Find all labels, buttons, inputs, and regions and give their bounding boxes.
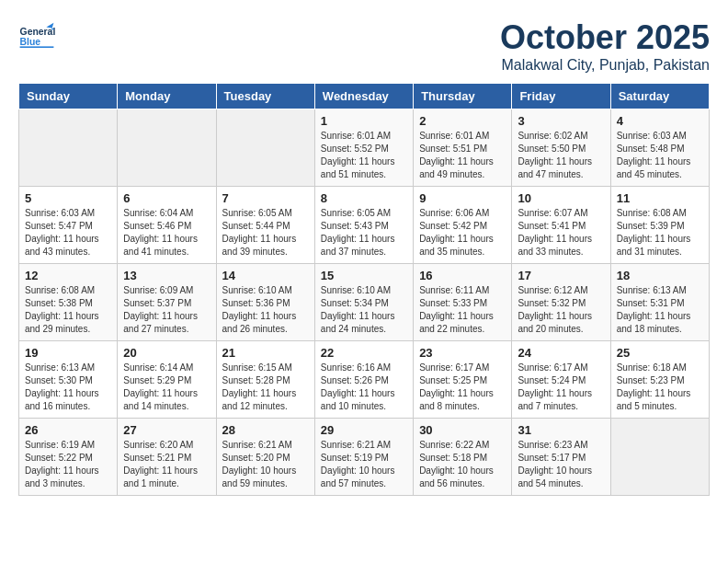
calendar-cell: 7Sunrise: 6:05 AM Sunset: 5:44 PM Daylig…: [216, 187, 314, 264]
day-info: Sunrise: 6:16 AM Sunset: 5:26 PM Dayligh…: [321, 362, 407, 413]
calendar-cell: [216, 109, 314, 187]
calendar-cell: 21Sunrise: 6:15 AM Sunset: 5:28 PM Dayli…: [216, 341, 314, 419]
calendar-cell: 2Sunrise: 6:01 AM Sunset: 5:51 PM Daylig…: [414, 109, 512, 187]
day-number: 5: [25, 191, 111, 205]
calendar-cell: 11Sunrise: 6:08 AM Sunset: 5:39 PM Dayli…: [610, 187, 709, 264]
calendar-cell: 31Sunrise: 6:23 AM Sunset: 5:17 PM Dayli…: [512, 419, 610, 496]
day-number: 23: [419, 346, 506, 360]
day-info: Sunrise: 6:01 AM Sunset: 5:51 PM Dayligh…: [419, 130, 506, 181]
day-number: 15: [321, 269, 407, 282]
day-number: 20: [123, 346, 210, 360]
day-info: Sunrise: 6:20 AM Sunset: 5:21 PM Dayligh…: [123, 439, 210, 490]
page-header: General Blue October 2025 Malakwal City,…: [18, 18, 710, 74]
calendar-week-row: 5Sunrise: 6:03 AM Sunset: 5:47 PM Daylig…: [19, 187, 710, 264]
calendar-week-row: 26Sunrise: 6:19 AM Sunset: 5:22 PM Dayli…: [19, 419, 710, 496]
location-subtitle: Malakwal City, Punjab, Pakistan: [500, 57, 710, 74]
day-number: 10: [518, 191, 604, 205]
day-info: Sunrise: 6:04 AM Sunset: 5:46 PM Dayligh…: [123, 207, 210, 259]
day-info: Sunrise: 6:01 AM Sunset: 5:52 PM Dayligh…: [321, 130, 407, 181]
calendar-cell: 24Sunrise: 6:17 AM Sunset: 5:24 PM Dayli…: [512, 341, 610, 419]
day-info: Sunrise: 6:22 AM Sunset: 5:18 PM Dayligh…: [419, 439, 506, 490]
calendar-week-row: 19Sunrise: 6:13 AM Sunset: 5:30 PM Dayli…: [19, 341, 710, 419]
calendar-cell: 4Sunrise: 6:03 AM Sunset: 5:48 PM Daylig…: [610, 109, 709, 187]
calendar-cell: 14Sunrise: 6:10 AM Sunset: 5:36 PM Dayli…: [216, 264, 314, 341]
day-number: 8: [321, 191, 407, 205]
day-number: 13: [123, 269, 210, 282]
calendar-cell: 9Sunrise: 6:06 AM Sunset: 5:42 PM Daylig…: [414, 187, 512, 264]
header-friday: Friday: [512, 84, 610, 109]
day-info: Sunrise: 6:13 AM Sunset: 5:31 PM Dayligh…: [617, 284, 703, 336]
calendar-cell: 30Sunrise: 6:22 AM Sunset: 5:18 PM Dayli…: [414, 419, 512, 496]
title-block: October 2025 Malakwal City, Punjab, Paki…: [500, 18, 710, 74]
day-number: 12: [25, 269, 111, 282]
calendar-week-row: 1Sunrise: 6:01 AM Sunset: 5:52 PM Daylig…: [19, 109, 710, 187]
calendar-table: SundayMondayTuesdayWednesdayThursdayFrid…: [18, 83, 710, 496]
day-number: 14: [222, 269, 309, 282]
day-number: 31: [518, 423, 604, 437]
day-number: 11: [617, 191, 703, 205]
day-number: 16: [419, 269, 506, 282]
day-number: 7: [222, 191, 309, 205]
svg-rect-3: [20, 46, 54, 48]
day-info: Sunrise: 6:06 AM Sunset: 5:42 PM Dayligh…: [419, 207, 506, 259]
day-info: Sunrise: 6:14 AM Sunset: 5:29 PM Dayligh…: [123, 362, 210, 413]
svg-text:General: General: [20, 27, 55, 37]
calendar-cell: 3Sunrise: 6:02 AM Sunset: 5:50 PM Daylig…: [512, 109, 610, 187]
header-tuesday: Tuesday: [216, 84, 314, 109]
day-number: 28: [222, 423, 309, 437]
header-saturday: Saturday: [610, 84, 709, 109]
header-thursday: Thursday: [414, 84, 512, 109]
calendar-cell: 29Sunrise: 6:21 AM Sunset: 5:19 PM Dayli…: [314, 419, 413, 496]
day-number: 29: [321, 423, 407, 437]
day-info: Sunrise: 6:02 AM Sunset: 5:50 PM Dayligh…: [518, 130, 604, 181]
calendar-cell: 1Sunrise: 6:01 AM Sunset: 5:52 PM Daylig…: [314, 109, 413, 187]
day-info: Sunrise: 6:13 AM Sunset: 5:30 PM Dayligh…: [25, 362, 111, 413]
day-info: Sunrise: 6:17 AM Sunset: 5:24 PM Dayligh…: [518, 362, 604, 413]
calendar-cell: 26Sunrise: 6:19 AM Sunset: 5:22 PM Dayli…: [19, 419, 118, 496]
calendar-cell: 27Sunrise: 6:20 AM Sunset: 5:21 PM Dayli…: [118, 419, 216, 496]
calendar-cell: 16Sunrise: 6:11 AM Sunset: 5:33 PM Dayli…: [414, 264, 512, 341]
calendar-cell: 25Sunrise: 6:18 AM Sunset: 5:23 PM Dayli…: [610, 341, 709, 419]
calendar-cell: 22Sunrise: 6:16 AM Sunset: 5:26 PM Dayli…: [314, 341, 413, 419]
day-number: 19: [25, 346, 111, 360]
calendar-cell: 8Sunrise: 6:05 AM Sunset: 5:43 PM Daylig…: [314, 187, 413, 264]
day-info: Sunrise: 6:11 AM Sunset: 5:33 PM Dayligh…: [419, 284, 506, 336]
day-info: Sunrise: 6:05 AM Sunset: 5:44 PM Dayligh…: [222, 207, 309, 259]
calendar-cell: 5Sunrise: 6:03 AM Sunset: 5:47 PM Daylig…: [19, 187, 118, 264]
day-info: Sunrise: 6:07 AM Sunset: 5:41 PM Dayligh…: [518, 207, 604, 259]
day-info: Sunrise: 6:08 AM Sunset: 5:39 PM Dayligh…: [617, 207, 703, 259]
day-number: 3: [518, 114, 604, 128]
day-number: 25: [617, 346, 703, 360]
calendar-cell: 17Sunrise: 6:12 AM Sunset: 5:32 PM Dayli…: [512, 264, 610, 341]
calendar-cell: 18Sunrise: 6:13 AM Sunset: 5:31 PM Dayli…: [610, 264, 709, 341]
day-number: 17: [518, 269, 604, 282]
day-info: Sunrise: 6:15 AM Sunset: 5:28 PM Dayligh…: [222, 362, 309, 413]
day-info: Sunrise: 6:08 AM Sunset: 5:38 PM Dayligh…: [25, 284, 111, 336]
day-info: Sunrise: 6:18 AM Sunset: 5:23 PM Dayligh…: [617, 362, 703, 413]
calendar-cell: 23Sunrise: 6:17 AM Sunset: 5:25 PM Dayli…: [414, 341, 512, 419]
day-number: 2: [419, 114, 506, 128]
day-info: Sunrise: 6:12 AM Sunset: 5:32 PM Dayligh…: [518, 284, 604, 336]
day-info: Sunrise: 6:10 AM Sunset: 5:34 PM Dayligh…: [321, 284, 407, 336]
day-number: 9: [419, 191, 506, 205]
calendar-cell: 12Sunrise: 6:08 AM Sunset: 5:38 PM Dayli…: [19, 264, 118, 341]
day-info: Sunrise: 6:17 AM Sunset: 5:25 PM Dayligh…: [419, 362, 506, 413]
calendar-cell: [610, 419, 709, 496]
header-wednesday: Wednesday: [314, 84, 413, 109]
day-info: Sunrise: 6:23 AM Sunset: 5:17 PM Dayligh…: [518, 439, 604, 490]
day-info: Sunrise: 6:03 AM Sunset: 5:47 PM Dayligh…: [25, 207, 111, 259]
header-monday: Monday: [118, 84, 216, 109]
day-info: Sunrise: 6:21 AM Sunset: 5:19 PM Dayligh…: [321, 439, 407, 490]
day-number: 27: [123, 423, 210, 437]
day-number: 4: [617, 114, 703, 128]
logo: General Blue: [18, 18, 55, 55]
day-info: Sunrise: 6:09 AM Sunset: 5:37 PM Dayligh…: [123, 284, 210, 336]
day-info: Sunrise: 6:03 AM Sunset: 5:48 PM Dayligh…: [617, 130, 703, 181]
calendar-cell: 6Sunrise: 6:04 AM Sunset: 5:46 PM Daylig…: [118, 187, 216, 264]
day-info: Sunrise: 6:05 AM Sunset: 5:43 PM Dayligh…: [321, 207, 407, 259]
month-title: October 2025: [500, 18, 710, 57]
calendar-week-row: 12Sunrise: 6:08 AM Sunset: 5:38 PM Dayli…: [19, 264, 710, 341]
calendar-cell: [118, 109, 216, 187]
calendar-cell: 28Sunrise: 6:21 AM Sunset: 5:20 PM Dayli…: [216, 419, 314, 496]
day-number: 18: [617, 269, 703, 282]
